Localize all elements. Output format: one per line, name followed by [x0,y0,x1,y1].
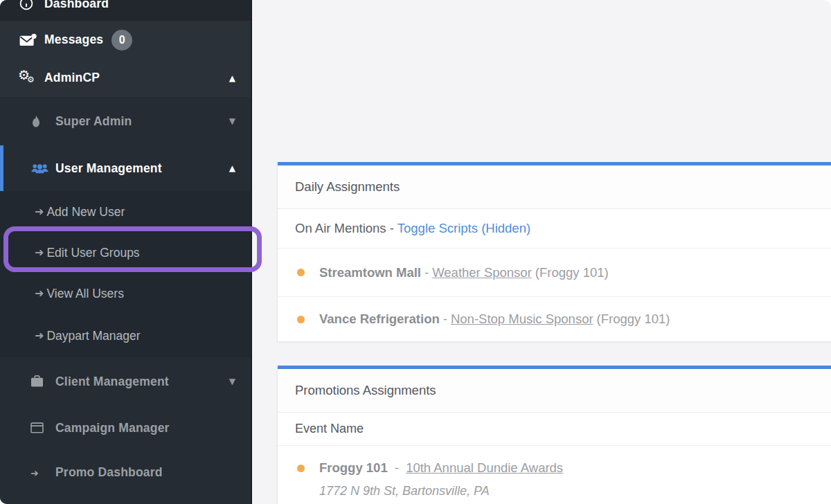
sidebar-item-label: AdminCP [44,71,100,85]
status-dot-icon [297,269,305,276]
client-name: Streamtown Mall [319,265,421,280]
sidebar-item-edit-user-groups[interactable]: ➜ Edit User Groups [0,233,251,273]
sidebar-item-label: User Management [55,161,162,176]
sidebar-item-client-management[interactable]: Client Management ▼ [0,357,251,406]
envelope-icon [19,33,44,47]
event-link[interactable]: 10th Annual Dundie Awards [406,460,563,475]
station-name: Froggy 101 [319,460,388,475]
sidebar-item-user-management[interactable]: User Management ▲ [0,145,251,191]
sidebar-item-label: Promo Dashboard [55,465,163,480]
chevron-down-icon: ▼ [229,116,235,126]
sidebar-item-label: Add New User [46,205,125,219]
on-air-mentions-row: On Air Mentions - Toggle Scripts (Hidden… [278,209,831,249]
arrow-right-icon: ➜ [35,288,44,299]
client-name: Vance Refrigeration [319,312,440,327]
sidebar-item-view-all-users[interactable]: ➜ View All Users [0,273,251,314]
card-title: Promotions Assignments [278,369,831,413]
app-window: Dashboard Messages 0 ⚙⚙ AdminCP ▲ Super … [0,0,831,504]
sidebar-item-super-admin[interactable]: Super Admin ▼ [0,97,251,145]
separator: - [443,312,447,327]
sponsor-link[interactable]: Non-Stop Music Sponsor [451,312,593,327]
promotions-assignments-card: Promotions Assignments Event Name Froggy… [277,366,831,504]
sidebar-item-label: Super Admin [55,114,132,129]
sidebar-item-label: Messages [44,33,103,47]
sidebar-item-label: View All Users [46,287,124,301]
event-details: Froggy 101 - 10th Annual Dundie Awards 1… [319,457,563,501]
separator: - [390,221,394,236]
station-suffix: (Froggy 101) [535,265,609,280]
sponsor-link[interactable]: Weather Sponsor [432,265,532,280]
sidebar-item-add-new-user[interactable]: ➜ Add New User [0,191,251,233]
chevron-down-icon: ▼ [229,377,235,386]
arrow-right-icon: ➜ [35,330,44,341]
sidebar-item-label: Dashboard [44,0,109,11]
daily-assignments-card: Daily Assignments On Air Mentions - Togg… [277,162,831,342]
sidebar-item-promo-dashboard[interactable]: ➜ Promo Dashboard [0,450,251,495]
chevron-up-icon: ▲ [229,163,235,173]
sidebar-item-label: Client Management [55,375,169,389]
assignment-row: Streamtown Mall - Weather Sponsor (Frogg… [278,249,831,297]
status-dot-icon [297,316,305,323]
sidebar-item-label: Edit User Groups [46,246,139,260]
sidebar-item-daypart-manager[interactable]: ➜ Daypart Manager [0,314,251,357]
briefcase-icon [30,375,55,388]
event-row: Froggy 101 - 10th Annual Dundie Awards 1… [278,446,831,504]
separator: - [395,460,399,475]
card-title: Daily Assignments [278,165,831,209]
sidebar-item-label: Daypart Manager [46,329,140,343]
flame-icon [30,115,55,128]
arrow-right-icon: ➜ [30,468,55,478]
sidebar-item-label: Campaign Manager [55,421,170,435]
status-dot-icon [297,465,305,472]
users-icon [30,162,55,174]
arrow-right-icon: ➜ [35,247,44,258]
sidebar-item-campaign-manager[interactable]: Campaign Manager [0,406,251,450]
dashboard-gauge-icon [19,0,44,10]
sidebar-item-admincp[interactable]: ⚙⚙ AdminCP ▲ [0,59,251,97]
arrow-right-icon: ➜ [35,206,44,217]
sidebar-item-messages[interactable]: Messages 0 [0,21,251,59]
messages-count-badge: 0 [111,30,132,51]
chevron-up-icon: ▲ [229,73,235,83]
separator: - [425,265,429,280]
admincp-submenu: Super Admin ▼ User Management ▲ ➜ Add Ne… [0,97,251,504]
sidebar: Dashboard Messages 0 ⚙⚙ AdminCP ▲ Super … [0,0,252,504]
sidebar-item-dashboard[interactable]: Dashboard [0,0,251,21]
section-label: On Air Mentions [295,221,386,236]
assignment-row: Vance Refrigeration - Non-Stop Music Spo… [278,297,831,341]
station-suffix: (Froggy 101) [597,312,670,327]
window-icon [30,422,55,433]
column-header: Event Name [278,413,831,446]
user-management-submenu: ➜ Add New User ➜ Edit User Groups ➜ View… [0,191,251,357]
main-content: Daily Assignments On Air Mentions - Togg… [252,0,831,504]
gears-icon: ⚙⚙ [19,69,44,87]
toggle-scripts-link[interactable]: Toggle Scripts (Hidden) [397,221,530,236]
event-address: 1772 N 9th St, Bartonsville, PA [319,480,563,501]
